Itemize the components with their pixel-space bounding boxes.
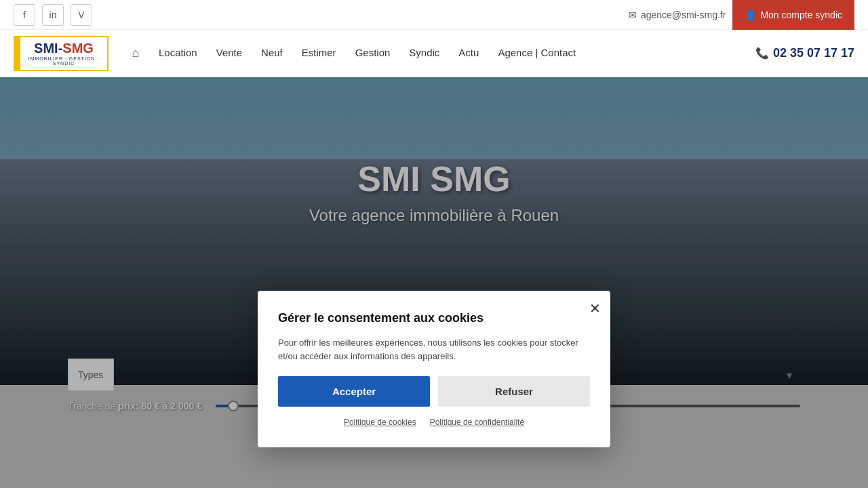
logo-tagline: IMMOBILIER · GESTION · SYNDIC: [22, 56, 105, 66]
top-bar-right: ✉ agence@smi-smg.fr 👤 Mon compte syndic: [629, 0, 854, 30]
nav-estimer[interactable]: Estimer: [292, 30, 346, 77]
vimeo-icon[interactable]: V: [71, 4, 92, 26]
email-icon: ✉: [629, 9, 637, 20]
phone-number: 02 35 07 17 17: [773, 46, 854, 60]
cookie-text: Pour offrir les meilleures expériences, …: [278, 336, 590, 363]
top-bar: f in V ✉ agence@smi-smg.fr 👤 Mon compte …: [0, 0, 868, 30]
cookie-accept-button[interactable]: Accepter: [278, 376, 430, 407]
nav-contact[interactable]: Agence | Contact: [488, 30, 585, 77]
logo[interactable]: SMI - SMG IMMOBILIER · GESTION · SYNDIC: [14, 36, 108, 71]
mon-compte-button[interactable]: 👤 Mon compte syndic: [732, 0, 854, 30]
logo-container: SMI - SMG IMMOBILIER · GESTION · SYNDIC: [14, 36, 108, 71]
home-icon: ⌂: [132, 46, 140, 60]
user-icon: 👤: [745, 9, 756, 20]
policy-privacy-link[interactable]: Politique de confidentialité: [430, 418, 524, 427]
cookie-dialog: ✕ Gérer le consentement aux cookies Pour…: [258, 291, 610, 447]
phone-area: 📞 02 35 07 17 17: [755, 46, 854, 60]
nav-vente[interactable]: Vente: [207, 30, 252, 77]
cookie-buttons: Accepter Refuser: [278, 376, 590, 407]
logo-content: SMI - SMG IMMOBILIER · GESTION · SYNDIC: [20, 37, 107, 70]
logo-stripe: [15, 37, 20, 70]
nav-location[interactable]: Location: [149, 30, 207, 77]
nav-actu[interactable]: Actu: [449, 30, 488, 77]
nav-links: Location Vente Neuf Estimer Gestion Synd…: [149, 30, 755, 77]
hero-section: SMI SMG Votre agence immobilière à Rouen…: [0, 77, 868, 488]
linkedin-icon[interactable]: in: [42, 4, 64, 26]
cookie-refuse-button[interactable]: Refuser: [438, 376, 590, 407]
facebook-icon[interactable]: f: [14, 4, 35, 26]
cookie-links: Politique de cookies Politique de confid…: [278, 418, 590, 427]
nav-neuf[interactable]: Neuf: [252, 30, 292, 77]
cookie-title: Gérer le consentement aux cookies: [278, 311, 590, 325]
nav-syndic[interactable]: Syndic: [399, 30, 449, 77]
nav-gestion[interactable]: Gestion: [346, 30, 400, 77]
cookie-overlay: ✕ Gérer le consentement aux cookies Pour…: [0, 77, 868, 488]
cookie-close-button[interactable]: ✕: [589, 300, 601, 317]
logo-smi: SMI: [34, 41, 58, 55]
close-icon: ✕: [589, 301, 601, 316]
email-text: agence@smi-smg.fr: [641, 9, 726, 20]
account-label: Mon compte syndic: [760, 9, 842, 20]
social-links: f in V: [14, 4, 92, 26]
phone-icon: 📞: [755, 47, 769, 60]
logo-text: SMI - SMG: [34, 41, 94, 55]
navbar: SMI - SMG IMMOBILIER · GESTION · SYNDIC …: [0, 30, 868, 77]
email-link[interactable]: ✉ agence@smi-smg.fr: [629, 9, 726, 20]
home-button[interactable]: ⌂: [122, 40, 149, 67]
logo-dash: -: [58, 41, 63, 55]
logo-smg: SMG: [62, 41, 94, 55]
policy-cookies-link[interactable]: Politique de cookies: [344, 418, 416, 427]
